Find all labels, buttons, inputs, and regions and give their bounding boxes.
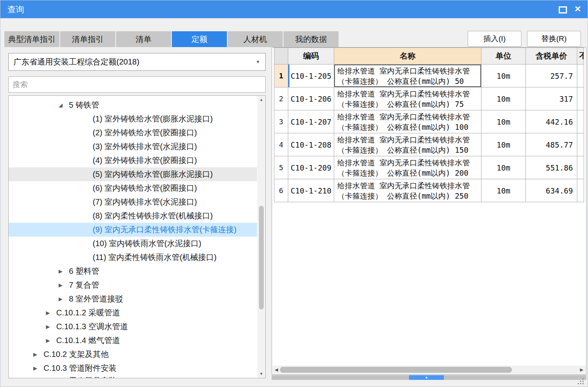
tree-item-selected[interactable]: (9) 室内无承口柔性铸铁排水管(卡箍连接) (9, 223, 257, 237)
tree-item[interactable]: ▶7 复合管 (9, 278, 257, 292)
name-cell[interactable]: 给排水管道 室内无承口柔性铸铁排水管（卡箍连接） 公称直径(mm以内) 75 (334, 87, 481, 110)
tree-collapsed-icon[interactable]: ▶ (59, 296, 63, 302)
tree-collapsed-icon[interactable]: ▶ (59, 282, 63, 288)
table-horizontal-scrollbar[interactable]: ◀ ▶ (272, 366, 586, 374)
tree-item[interactable]: (7) 室内铸铁排水管(水泥接口) (9, 195, 257, 209)
name-cell[interactable]: 给排水管道 室内无承口柔性铸铁排水管（卡箍连接） 公称直径(mm以内) 100 (334, 110, 481, 133)
unit-cell[interactable]: 10m (481, 156, 526, 179)
tree-item[interactable]: ▶8 室外管道接驳 (9, 292, 257, 306)
column-header-name[interactable]: 名称 (334, 48, 481, 64)
tree-collapsed-icon[interactable]: ▶ (33, 351, 37, 357)
price-cell[interactable]: 317 (526, 87, 577, 110)
name-cell[interactable]: 给排水管道 室内无承口柔性铸铁排水管（卡箍连接） 公称直径(mm以内) 250 (334, 179, 481, 202)
table-row[interactable]: 5 C10-1-209 给排水管道 室内无承口柔性铸铁排水管（卡箍连接） 公称直… (274, 156, 584, 179)
scroll-up-icon[interactable]: ▲ (257, 97, 265, 103)
price-cell[interactable]: 442.16 (526, 110, 577, 133)
table-row[interactable]: 4 C10-1-208 给排水管道 室内无承口柔性铸铁排水管（卡箍连接） 公称直… (274, 133, 584, 156)
close-icon[interactable]: ✕ (573, 3, 583, 15)
tree-collapsed-icon[interactable]: ▶ (33, 378, 37, 378)
replace-button[interactable]: 替换(R) (527, 31, 581, 47)
quota-book-select[interactable]: 广东省通用安装工程综合定额(2018) ▼ (8, 53, 266, 71)
tree-expanded-icon[interactable]: ◢ (59, 102, 63, 108)
name-cell[interactable]: 给排水管道 室内无承口柔性铸铁排水管（卡箍连接） 公称直径(mm以内) 150 (334, 133, 481, 156)
row-number[interactable]: 2 (274, 87, 288, 110)
price-cell[interactable]: 634.69 (526, 179, 577, 202)
tab-my-data[interactable]: 我的数据 (284, 31, 339, 47)
tree-item-label: 8 室外管道接驳 (69, 294, 123, 304)
code-cell[interactable]: C10-1-209 (288, 156, 334, 179)
tab-labor-material-machine[interactable]: 人材机 (228, 31, 283, 47)
price-cell[interactable]: 485.77 (526, 133, 577, 156)
tree-item[interactable]: (3) 室外铸铁排水管(水泥接口) (9, 140, 257, 154)
column-header-partial[interactable]: 不 (577, 48, 584, 64)
tree-item[interactable]: ▶C.10.2 支架及其他 (9, 347, 257, 361)
tree-item[interactable]: (10) 室内铸铁雨水管(水泥接口) (9, 237, 257, 250)
price-cell[interactable]: 551.86 (526, 156, 577, 179)
column-header-code[interactable]: 编码 (288, 48, 334, 64)
tree-scrollbar-thumb[interactable] (259, 206, 264, 309)
name-cell[interactable]: 给排水管道 室内无承口柔性铸铁排水管（卡箍连接） 公称直径(mm以内) 200 (334, 156, 481, 179)
table-row[interactable]: 2 C10-1-206 给排水管道 室内无承口柔性铸铁排水管（卡箍连接） 公称直… (274, 87, 584, 110)
tree-item[interactable]: ▶C.10.1.4 燃气管道 (9, 334, 257, 347)
tree-item-label: (9) 室内无承口柔性铸铁排水管(卡箍连接) (93, 224, 236, 235)
row-number[interactable]: 3 (274, 110, 288, 133)
tree-item[interactable]: ◢5 铸铁管 (9, 98, 257, 112)
table-row[interactable]: 6 C10-1-210 给排水管道 室内无承口柔性铸铁排水管（卡箍连接） 公称直… (274, 179, 584, 202)
resize-grip-icon[interactable] (582, 383, 584, 384)
tree-item[interactable]: ▶C.10.1.3 空调水管道 (9, 320, 257, 334)
tree-item[interactable]: (5) 室内铸铁给水管(膨胀水泥接口) (9, 167, 257, 181)
tree-scrollbar[interactable]: ▲ ▼ (257, 96, 265, 378)
tree-item[interactable]: (11) 室内柔性铸铁雨水管(机械接口) (9, 250, 257, 264)
unit-cell[interactable]: 10m (481, 110, 526, 133)
unit-cell[interactable]: 10m (481, 64, 526, 87)
tree-collapsed-icon[interactable]: ▶ (46, 338, 50, 343)
row-number[interactable]: 5 (274, 156, 288, 179)
code-cell[interactable]: C10-1-210 (288, 179, 334, 202)
tree-item[interactable]: (6) 室内铸铁给水管(胶圈接口) (9, 181, 257, 195)
name-cell[interactable]: 给排水管道 室内无承口柔性铸铁排水管（卡箍连接） 公称直径(mm以内) 50 (334, 64, 481, 87)
tab-typical-list-guide[interactable]: 典型清单指引 (4, 31, 59, 47)
scroll-right-icon[interactable]: ▶ (578, 366, 585, 374)
column-header-price[interactable]: 含税单价 (526, 48, 577, 64)
tree-item[interactable]: ▶6 塑料管 (9, 264, 257, 278)
tree-item[interactable]: (8) 室内柔性铸铁排水管(机械接口) (9, 209, 257, 223)
code-cell[interactable]: C10-1-205 (288, 64, 334, 87)
row-number[interactable]: 6 (274, 179, 288, 202)
price-cell[interactable]: 257.7 (526, 64, 577, 87)
scroll-left-icon[interactable]: ◀ (273, 366, 280, 374)
row-number[interactable]: 4 (274, 133, 288, 156)
tree-item[interactable]: ▶C.10.4 卫生器具安装 (9, 374, 257, 378)
tree-item[interactable]: ▶C.10.1.2 采暖管道 (9, 306, 257, 320)
tab-list-guide[interactable]: 清单指引 (60, 31, 115, 47)
code-cell[interactable]: C10-1-207 (288, 110, 334, 133)
tree-collapsed-icon[interactable]: ▶ (46, 310, 50, 316)
scroll-down-icon[interactable]: ▼ (257, 371, 265, 377)
table-row[interactable]: 3 C10-1-207 给排水管道 室内无承口柔性铸铁排水管（卡箍连接） 公称直… (274, 110, 584, 133)
tree-item[interactable]: ▶C.10.3 管道附件安装 (9, 361, 257, 375)
splitter-expand-handle[interactable]: ▲ (409, 375, 444, 380)
bottom-splitter[interactable]: ▲ (272, 375, 586, 380)
unit-cell[interactable]: 10m (481, 179, 526, 202)
insert-button[interactable]: 插入(I) (468, 31, 521, 47)
row-number[interactable]: 1 (274, 64, 288, 87)
unit-cell[interactable]: 10m (481, 87, 526, 110)
code-cell[interactable]: C10-1-208 (288, 133, 334, 156)
tree-collapsed-icon[interactable]: ▶ (33, 365, 37, 371)
category-tree: ◢5 铸铁管 (1) 室外铸铁给水管(膨胀水泥接口) (2) 室外铸铁给水管(胶… (8, 95, 266, 378)
tree-item[interactable]: (2) 室外铸铁给水管(胶圈接口) (9, 126, 257, 140)
tree-item[interactable]: (1) 室外铸铁给水管(膨胀水泥接口) (9, 112, 257, 126)
title-bar: 查询 ✕ (0, 0, 588, 18)
tab-quota[interactable]: 定额 (172, 31, 227, 47)
horizontal-scrollbar-thumb[interactable] (280, 367, 512, 373)
tree-item[interactable]: (4) 室外铸铁排水管(胶圈接口) (9, 154, 257, 167)
unit-cell[interactable]: 10m (481, 133, 526, 156)
tree-collapsed-icon[interactable]: ▶ (59, 268, 63, 274)
tab-list[interactable]: 清单 (116, 31, 171, 47)
code-cell[interactable]: C10-1-206 (288, 87, 334, 110)
column-header-unit[interactable]: 单位 (481, 48, 526, 64)
table-row[interactable]: 1 C10-1-205 给排水管道 室内无承口柔性铸铁排水管（卡箍连接） 公称直… (274, 64, 584, 87)
maximize-icon[interactable] (559, 6, 567, 13)
chevron-down-icon[interactable]: ▼ (256, 59, 260, 64)
search-input[interactable] (8, 76, 266, 93)
tree-collapsed-icon[interactable]: ▶ (46, 324, 50, 330)
